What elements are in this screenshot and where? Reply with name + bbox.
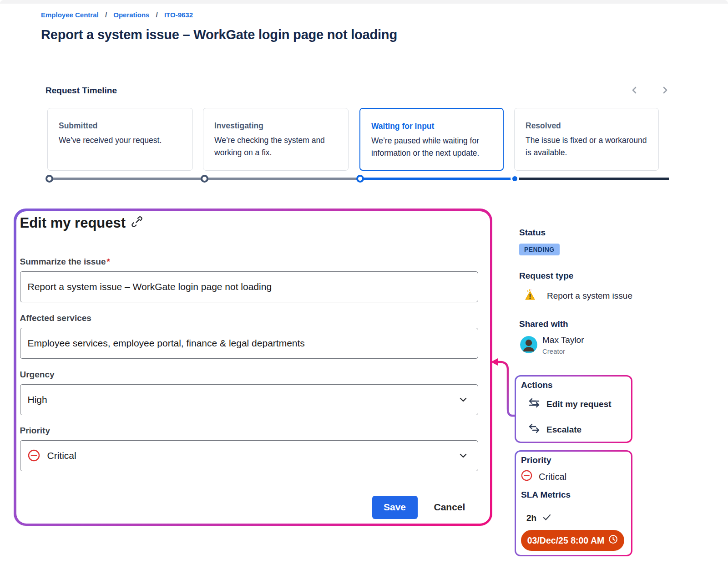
breadcrumb-link-employee-central[interactable]: Employee Central: [41, 11, 99, 19]
timeline-dot-investigating: [201, 175, 208, 183]
breadcrumb-separator: /: [105, 11, 107, 19]
timeline-step-title: Investigating: [214, 121, 337, 131]
page: Employee Central / Operations / ITO-9632…: [0, 0, 728, 575]
actions-panel: Actions Edit my request: [515, 375, 632, 443]
affected-services-input[interactable]: [20, 328, 478, 359]
timeline-step-waiting-for-input: Waiting for input We’re paused while wai…: [359, 108, 504, 171]
breadcrumb-link-operations[interactable]: Operations: [113, 11, 149, 19]
action-label: Edit my request: [546, 399, 612, 409]
action-edit-my-request[interactable]: Edit my request: [528, 398, 612, 410]
timeline-dot-resolved: [511, 174, 519, 183]
urgency-value: High: [28, 394, 47, 405]
checkmark-icon: [543, 513, 551, 523]
timeline-step-title: Waiting for input: [371, 122, 492, 131]
timeline-step-resolved: Resolved The issue is fixed or a workaro…: [514, 108, 659, 171]
timeline-heading: Request Timeline: [46, 86, 117, 96]
warning-triangle-icon: [523, 288, 537, 304]
shared-user-role: Creator: [542, 347, 565, 355]
clock-icon: [608, 534, 618, 546]
cancel-button[interactable]: Cancel: [430, 496, 470, 519]
link-icon: [131, 215, 143, 231]
required-asterisk: *: [107, 257, 110, 266]
shared-with-heading: Shared with: [519, 319, 568, 329]
shared-user-name: Max Taylor: [542, 335, 584, 345]
timeline-track-upcoming: [516, 178, 669, 180]
affected-services-label: Affected services: [20, 313, 91, 323]
request-type-row: Report a system issue: [523, 288, 632, 304]
summary-input[interactable]: [20, 271, 478, 302]
chevron-right-icon: [662, 86, 668, 96]
window-top-edge: [0, 0, 728, 4]
sla-value-row: 2h: [526, 513, 551, 523]
request-type-heading: Request type: [519, 271, 573, 281]
timeline-step-description: The issue is fixed or a workaround is av…: [526, 134, 647, 159]
status-badge: PENDING: [519, 244, 560, 255]
chevron-left-icon: [631, 86, 637, 96]
timeline-track-current: [361, 178, 516, 180]
timeline-dot-submitted: [46, 175, 53, 183]
swap-arrows-icon: [528, 398, 540, 410]
actions-heading: Actions: [521, 380, 553, 390]
priority-heading: Priority: [521, 455, 551, 465]
priority-select[interactable]: Critical: [20, 440, 478, 471]
summary-label: Summarize the issue*: [20, 257, 110, 267]
timeline-step-description: We’ve received your request.: [59, 134, 182, 147]
avatar[interactable]: [520, 336, 537, 353]
timeline-prev-button[interactable]: [628, 85, 641, 97]
priority-panel: Priority Critical SLA Metrics 2h 03/Dec/: [515, 450, 632, 556]
chevron-down-icon: [459, 450, 468, 461]
urgency-label: Urgency: [20, 370, 55, 380]
priority-panel-value: Critical: [539, 472, 566, 482]
sla-due-text: 03/Dec/25 8:00 AM: [527, 535, 604, 546]
timeline-step-investigating: Investigating We’re checking the system …: [203, 108, 349, 171]
timeline-step-title: Resolved: [526, 121, 647, 131]
status-heading: Status: [519, 228, 546, 238]
action-escalate[interactable]: Escalate: [528, 423, 581, 436]
swap-arrows-icon: [528, 423, 540, 436]
priority-value: Critical: [47, 450, 76, 461]
action-label: Escalate: [546, 425, 581, 435]
critical-priority-icon: [521, 470, 532, 483]
critical-priority-icon: [28, 449, 40, 462]
timeline-step-submitted: Submitted We’ve received your request.: [47, 108, 193, 171]
sla-metrics-heading: SLA Metrics: [521, 490, 571, 500]
edit-request-title: Edit my request: [20, 215, 143, 231]
priority-label: Priority: [20, 426, 51, 436]
timeline-step-description: We’re checking the system and working on…: [214, 134, 337, 159]
timeline-dot-waiting-for-input: [356, 175, 364, 183]
priority-value-row: Critical: [521, 470, 566, 483]
urgency-select[interactable]: High: [20, 384, 478, 415]
timeline-step-title: Submitted: [59, 121, 182, 131]
timeline-step-description: We’re paused while waiting for informati…: [371, 135, 492, 159]
request-type-value: Report a system issue: [547, 291, 632, 301]
breadcrumb-separator: /: [156, 11, 158, 19]
page-title: Report a system issue – WorkGate login p…: [41, 27, 397, 42]
chevron-down-icon: [459, 394, 468, 405]
sla-due-badge: 03/Dec/25 8:00 AM: [521, 530, 624, 551]
sla-value: 2h: [526, 513, 536, 523]
save-button[interactable]: Save: [372, 496, 418, 519]
edit-request-panel: Edit my request Summarize the issue* Aff…: [14, 209, 492, 526]
timeline-next-button[interactable]: [659, 85, 672, 97]
breadcrumb: Employee Central / Operations / ITO-9632: [41, 11, 197, 19]
breadcrumb-link-ticket-id[interactable]: ITO-9632: [164, 11, 193, 19]
